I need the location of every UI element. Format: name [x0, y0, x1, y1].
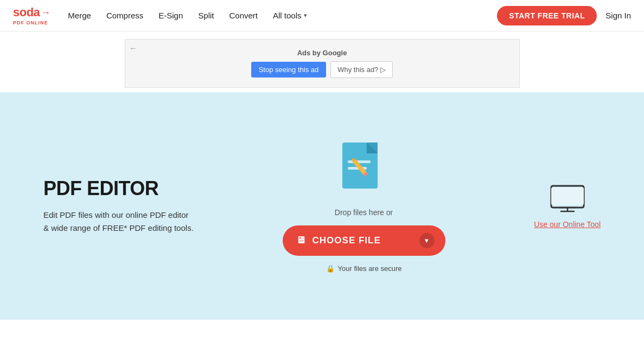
ad-section: ← Ads by Google Stop seeing this ad Why …: [0, 31, 644, 92]
ad-container: ← Ads by Google Stop seeing this ad Why …: [125, 39, 520, 88]
navbar-right: START FREE TRIAL Sign In: [497, 6, 631, 25]
svg-rect-3: [348, 160, 371, 163]
choose-file-label: CHOOSE FILE: [313, 235, 381, 246]
why-this-ad-button[interactable]: Why this ad? ▷: [330, 61, 393, 78]
start-trial-button[interactable]: START FREE TRIAL: [497, 6, 597, 25]
hero-left: PDF EDITOR Edit PDF files with our onlin…: [43, 177, 194, 235]
hero-subtitle: Edit PDF files with our online PDF edito…: [43, 209, 194, 235]
drop-files-text: Drop files here or: [335, 208, 393, 217]
stop-seeing-ad-button[interactable]: Stop seeing this ad: [251, 62, 327, 77]
pdf-file-icon: [340, 140, 388, 199]
hero-section: PDF EDITOR Edit PDF files with our onlin…: [0, 92, 644, 320]
hero-right: Use our Online Tool: [534, 183, 601, 229]
online-tool-link[interactable]: Use our Online Tool: [534, 220, 601, 229]
nav-all-tools[interactable]: All tools ▾: [273, 11, 307, 20]
chevron-down-icon: ▾: [419, 233, 435, 248]
signin-link[interactable]: Sign In: [605, 11, 631, 20]
choose-file-left: 🖥 CHOOSE FILE: [296, 235, 381, 246]
monitor-online-icon: [549, 183, 586, 216]
logo[interactable]: soda → PDF ONLINE: [13, 5, 50, 25]
nav-links: Merge Compress E-Sign Split Convert All …: [68, 11, 497, 20]
lock-icon: 🔒: [326, 264, 335, 273]
logo-text: soda: [13, 5, 40, 20]
secure-label: Your files are secure: [338, 264, 402, 273]
hero-title: PDF EDITOR: [43, 177, 194, 200]
svg-rect-9: [551, 188, 584, 205]
hero-center: Drop files here or 🖥 CHOOSE FILE ▾ 🔒 You…: [283, 140, 445, 273]
nav-split[interactable]: Split: [198, 11, 214, 20]
secure-text-area: 🔒 Your files are secure: [326, 264, 402, 273]
logo-sub: PDF ONLINE: [13, 21, 50, 25]
logo-arrow: →: [41, 7, 50, 18]
nav-compress[interactable]: Compress: [106, 11, 143, 20]
nav-merge[interactable]: Merge: [68, 11, 91, 20]
back-arrow-icon[interactable]: ←: [130, 44, 137, 53]
ad-buttons: Stop seeing this ad Why this ad? ▷: [251, 61, 393, 78]
nav-convert[interactable]: Convert: [229, 11, 258, 20]
monitor-icon: 🖥: [296, 235, 306, 246]
nav-esign[interactable]: E-Sign: [158, 11, 183, 20]
navbar: soda → PDF ONLINE Merge Compress E-Sign …: [0, 0, 644, 31]
chevron-down-icon: ▾: [304, 12, 307, 19]
choose-file-button[interactable]: 🖥 CHOOSE FILE ▾: [283, 225, 445, 256]
ads-by-google-label: Ads by Google: [297, 49, 347, 57]
info-icon: ▷: [380, 66, 386, 74]
